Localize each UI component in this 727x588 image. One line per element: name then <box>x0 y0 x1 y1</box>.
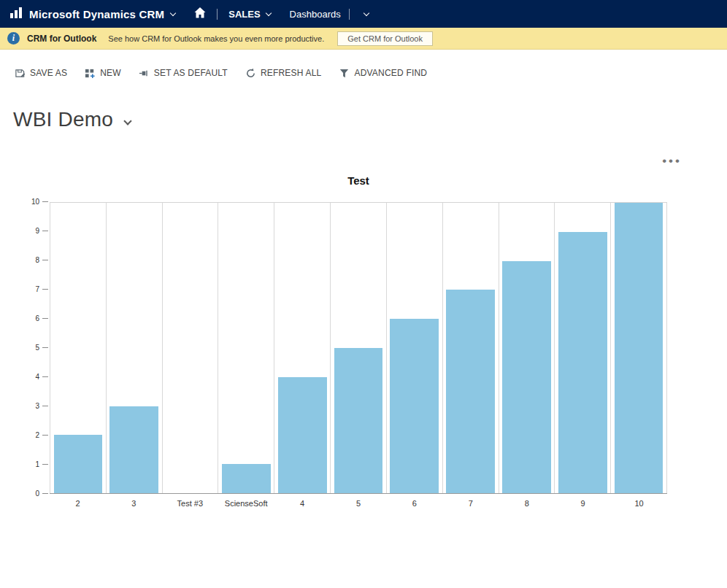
get-crm-outlook-button[interactable]: Get CRM for Outlook <box>337 31 433 46</box>
toolbar-item-refresh-all[interactable]: REFRESH ALL <box>245 68 322 79</box>
chart-column <box>610 203 667 493</box>
notification-message: See how CRM for Outlook makes you even m… <box>108 34 324 43</box>
toolbar-label: NEW <box>100 68 121 78</box>
toolbar-label: SET AS DEFAULT <box>154 68 228 78</box>
y-tick-label: 6 <box>35 315 39 322</box>
dashboard-selector[interactable]: WBI Demo <box>13 108 131 131</box>
notification-bar: i CRM for Outlook See how CRM for Outloo… <box>0 28 727 50</box>
bar-3[interactable] <box>109 406 158 493</box>
top-navbar: Microsoft Dynamics CRM SALES Dashboards <box>0 0 727 28</box>
chart-plot <box>50 202 667 494</box>
chart-column <box>442 203 499 493</box>
save-as-icon <box>15 68 26 79</box>
x-tick-label: 6 <box>386 499 442 508</box>
y-tick-label: 8 <box>35 257 39 264</box>
new-icon <box>85 68 96 79</box>
bar-4[interactable] <box>278 377 327 493</box>
chart-column <box>386 203 442 493</box>
toolbar-item-set-as-default[interactable]: SET AS DEFAULT <box>139 68 228 79</box>
bar-5[interactable] <box>334 348 383 493</box>
pin-icon <box>139 68 150 79</box>
x-tick-label: 10 <box>611 499 667 508</box>
x-tick-label: 2 <box>50 499 106 508</box>
toolbar-item-new[interactable]: NEW <box>85 68 121 79</box>
chart-column <box>499 203 555 493</box>
home-icon <box>194 7 206 21</box>
bar-8[interactable] <box>502 261 551 493</box>
y-tick-label: 2 <box>35 432 39 439</box>
sales-chevron-icon <box>265 9 271 15</box>
bar-7[interactable] <box>446 290 495 493</box>
y-tick-label: 3 <box>35 403 39 410</box>
x-tick-label: ScienseSoft <box>218 499 274 508</box>
toolbar-item-advanced-find[interactable]: ADVANCED FIND <box>339 68 427 79</box>
toolbar-label: ADVANCED FIND <box>354 68 427 78</box>
dashboards-label: Dashboards <box>290 9 341 20</box>
chart-title: Test <box>50 174 667 187</box>
y-tick-label: 10 <box>31 198 39 206</box>
bar-2[interactable] <box>54 435 103 493</box>
chart-column <box>554 203 610 493</box>
toolbar-item-save-as[interactable]: SAVE AS <box>15 68 67 79</box>
y-tick-label: 5 <box>35 344 39 352</box>
y-tick-label: 7 <box>35 286 39 293</box>
x-tick-label: 3 <box>106 499 162 508</box>
dashboard-selector-chevron-icon[interactable] <box>123 117 131 125</box>
chart-column <box>274 203 330 493</box>
x-tick-label: 7 <box>442 499 499 508</box>
y-tick-label: 9 <box>35 228 39 235</box>
x-tick-label: Test #3 <box>162 499 218 508</box>
chart-column <box>162 203 218 493</box>
chart-column <box>218 203 274 493</box>
toolbar-label: SAVE AS <box>30 68 67 78</box>
brand-menu[interactable]: Microsoft Dynamics CRM <box>10 7 175 21</box>
home-button[interactable] <box>194 7 206 21</box>
refresh-icon <box>245 68 256 79</box>
dynamics-logo-icon <box>10 7 23 21</box>
y-tick-label: 0 <box>35 490 39 498</box>
x-tick-label: 4 <box>274 499 331 508</box>
x-tick-label: 8 <box>499 499 555 508</box>
command-toolbar: SAVE AS NEW SET AS DEFAULT REFRESH ALL A… <box>0 58 727 88</box>
advanced-find-icon <box>339 68 350 79</box>
dashboards-chevron-icon[interactable] <box>363 9 369 15</box>
page-title: WBI Demo <box>13 108 113 131</box>
y-axis: 012345678910 <box>20 202 47 494</box>
chart-column <box>330 203 386 493</box>
chart-column <box>50 203 106 493</box>
brand-chevron-icon <box>170 9 176 15</box>
bar-ScienseSoft[interactable] <box>222 464 271 493</box>
toolbar-label: REFRESH ALL <box>261 68 322 78</box>
chart-column <box>106 203 162 493</box>
bar-10[interactable] <box>615 203 663 493</box>
x-tick-label: 5 <box>331 499 387 508</box>
y-tick-label: 1 <box>35 461 39 468</box>
brand-label: Microsoft Dynamics CRM <box>29 8 164 20</box>
chart-more-options-icon[interactable]: ••• <box>662 155 682 167</box>
x-axis-labels: 23Test #3ScienseSoft45678910 <box>50 499 667 508</box>
info-icon: i <box>7 32 20 45</box>
bar-9[interactable] <box>558 232 607 493</box>
nav-item-sales[interactable]: SALES <box>228 9 270 20</box>
x-tick-label: 9 <box>555 499 611 508</box>
bar-6[interactable] <box>390 319 439 493</box>
nav-separator <box>349 9 350 20</box>
sales-label: SALES <box>228 9 260 20</box>
y-tick-label: 4 <box>35 374 39 381</box>
notification-title: CRM for Outlook <box>27 34 96 44</box>
nav-separator <box>217 9 218 20</box>
nav-item-dashboards[interactable]: Dashboards <box>290 9 341 20</box>
